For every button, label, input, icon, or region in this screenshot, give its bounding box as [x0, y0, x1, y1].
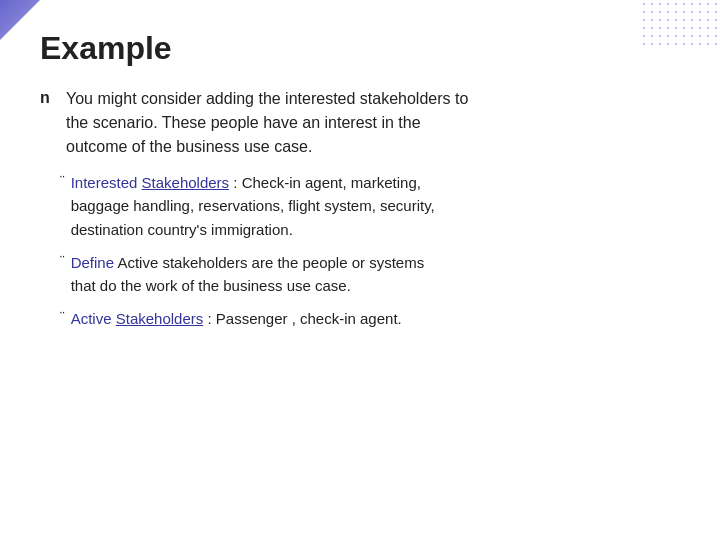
main-content: Example n You might consider adding the … [40, 30, 700, 520]
define-item: ¨ Define Active stakeholders are the peo… [60, 251, 700, 298]
define-detail1: Active stakeholders are the people or sy… [117, 254, 424, 271]
define-text: Define Active stakeholders are the peopl… [71, 251, 700, 298]
interested-detail2: baggage handling, reservations, flight s… [71, 197, 435, 214]
active-text: Active Stakeholders : Passenger , check-… [71, 307, 700, 330]
checkbox-interested: ¨ [60, 173, 65, 189]
checkbox-active: ¨ [60, 309, 65, 325]
interested-stakeholders-item: ¨ Interested Stakeholders : Check-in age… [60, 171, 700, 241]
bullet-marker: n [40, 89, 56, 107]
corner-decoration-tl [0, 0, 40, 40]
page-title: Example [40, 30, 700, 67]
interested-detail3: destination country's immigration. [71, 221, 293, 238]
bullet-line2: the scenario. These people have an inter… [66, 114, 421, 131]
stakeholders-label: Stakeholders [142, 174, 230, 191]
main-bullet-item: n You might consider adding the interest… [40, 87, 700, 159]
checkbox-define: ¨ [60, 253, 65, 269]
active-stakeholders-item: ¨ Active Stakeholders : Passenger , chec… [60, 307, 700, 330]
interested-detail1: Check-in agent, marketing, [242, 174, 421, 191]
sub-section: ¨ Interested Stakeholders : Check-in age… [60, 171, 700, 331]
interested-label: Interested [71, 174, 138, 191]
define-detail2: that do the work of the business use cas… [71, 277, 351, 294]
active-label: Active [71, 310, 112, 327]
active-stakeholders-label: Stakeholders [116, 310, 204, 327]
interested-text: Interested Stakeholders : Check-in agent… [71, 171, 700, 241]
main-bullet-text: You might consider adding the interested… [66, 87, 700, 159]
bullet-line1: You might consider adding the interested… [66, 90, 468, 107]
define-label: Define [71, 254, 114, 271]
bullet-line3: outcome of the business use case. [66, 138, 312, 155]
active-detail: Passenger , check-in agent. [216, 310, 402, 327]
